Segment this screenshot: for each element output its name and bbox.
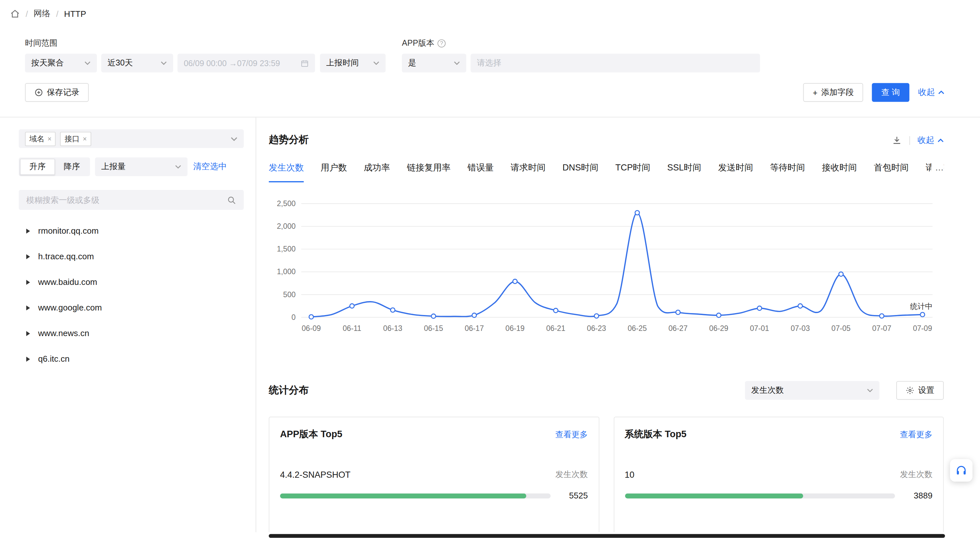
- svg-text:2,000: 2,000: [277, 222, 296, 230]
- view-more-link[interactable]: 查看更多: [900, 429, 932, 440]
- svg-text:06-11: 06-11: [343, 324, 361, 333]
- svg-text:07-09: 07-09: [913, 324, 932, 333]
- tab-dns-time[interactable]: DNS时间: [563, 162, 599, 183]
- app-version-match-select[interactable]: 是: [402, 54, 466, 73]
- sidebar: 域名 × 接口 × 升序 降序 上报量 清空选中: [0, 117, 256, 532]
- svg-text:06-25: 06-25: [628, 324, 647, 333]
- tree-item[interactable]: www.google.com: [19, 295, 243, 321]
- caret-right-icon[interactable]: [26, 254, 30, 259]
- close-icon[interactable]: ×: [83, 135, 87, 142]
- trend-title: 趋势分析: [269, 133, 309, 146]
- svg-text:07-07: 07-07: [872, 324, 891, 333]
- caret-right-icon[interactable]: [26, 228, 30, 233]
- metric-label: 发生次数: [900, 469, 932, 480]
- home-icon[interactable]: [10, 9, 20, 19]
- breadcrumb: / 网络 / HTTP: [0, 0, 980, 27]
- tree-item[interactable]: www.baidu.com: [19, 269, 243, 295]
- row-label: 4.4.2-SNAPSHOT: [280, 470, 350, 480]
- breadcrumb-separator: /: [25, 9, 28, 19]
- trend-metric-tabs: 发生次数 用户数 成功率 链接复用率 错误量 请求时间 DNS时间 TCP时间 …: [269, 162, 944, 183]
- date-range-input[interactable]: 06/09 00:00 →07/09 23:59: [177, 54, 315, 73]
- tree-item[interactable]: rmonitor.qq.com: [19, 218, 243, 244]
- svg-text:2,500: 2,500: [277, 199, 296, 208]
- tab-connection-reuse[interactable]: 链接复用率: [407, 162, 451, 183]
- caret-right-icon[interactable]: [26, 279, 30, 284]
- svg-text:统计中: 统计中: [910, 302, 932, 311]
- caret-right-icon[interactable]: [26, 357, 30, 361]
- main-content: 趋势分析 收起 发生次数 用户数 成功率 链接复用率 错误量 请求时间 DNS时…: [256, 117, 980, 532]
- stats-title: 统计分布: [269, 384, 309, 397]
- tag-chip-interface[interactable]: 接口 ×: [60, 132, 91, 146]
- svg-text:06-13: 06-13: [383, 324, 402, 333]
- report-time-select[interactable]: 上报时间: [320, 54, 386, 73]
- tab-ssl-time[interactable]: SSL时间: [667, 162, 702, 183]
- tab-occurrences[interactable]: 发生次数: [269, 162, 304, 183]
- tree-item[interactable]: h.trace.qq.com: [19, 244, 243, 269]
- card-title: 系统版本 Top5: [625, 428, 687, 440]
- tree-item[interactable]: www.news.cn: [19, 321, 243, 346]
- calendar-icon: [301, 59, 309, 67]
- domain-tree: rmonitor.qq.com h.trace.qq.com www.baidu…: [19, 218, 243, 372]
- tab-request-time[interactable]: 请求时间: [511, 162, 546, 183]
- sort-desc-button[interactable]: 降序: [55, 159, 89, 175]
- collapse-filters-link[interactable]: 收起: [918, 87, 944, 98]
- save-record-button[interactable]: 保存记录: [25, 83, 89, 102]
- svg-text:07-05: 07-05: [832, 324, 851, 333]
- tab-tcp-time[interactable]: TCP时间: [616, 162, 651, 183]
- progress-bar: [280, 493, 550, 498]
- search-input[interactable]: [26, 195, 227, 205]
- tag-chip-domain[interactable]: 域名 ×: [25, 132, 56, 146]
- download-icon[interactable]: [892, 135, 902, 145]
- metric-select[interactable]: 发生次数: [745, 381, 879, 400]
- tab-users[interactable]: 用户数: [321, 162, 347, 183]
- sort-asc-button[interactable]: 升序: [20, 159, 55, 175]
- trend-chart: 05001,0001,5002,0002,50006-0906-1106-130…: [269, 195, 937, 337]
- add-field-button[interactable]: + 添加字段: [803, 83, 863, 102]
- breadcrumb-item-network[interactable]: 网络: [34, 8, 51, 19]
- query-button[interactable]: 查 询: [872, 83, 910, 102]
- tab-receive-time[interactable]: 接收时间: [822, 162, 857, 183]
- caret-right-icon[interactable]: [26, 331, 30, 336]
- chevron-up-icon: [938, 90, 944, 94]
- filter-panel: 时间范围 APP版本 ? 按天聚合 近30天 06/09 00:00 →07/0…: [0, 27, 980, 117]
- card-title: APP版本 Top5: [280, 428, 342, 440]
- tab-first-byte-time[interactable]: 首包时间: [873, 162, 908, 183]
- chevron-up-icon: [937, 138, 944, 142]
- headset-icon: [955, 464, 968, 477]
- search-icon[interactable]: [227, 195, 236, 205]
- sort-field-select[interactable]: 上报量: [95, 157, 188, 176]
- tree-item[interactable]: q6.itc.cn: [19, 346, 243, 372]
- app-version-input[interactable]: 请选择: [471, 54, 760, 73]
- row-label: 10: [625, 470, 634, 480]
- svg-text:06-15: 06-15: [424, 324, 443, 333]
- view-more-link[interactable]: 查看更多: [555, 429, 588, 440]
- support-button[interactable]: [950, 459, 972, 482]
- tab-success-rate[interactable]: 成功率: [364, 162, 390, 183]
- svg-text:06-19: 06-19: [506, 324, 525, 333]
- tab-errors[interactable]: 错误量: [468, 162, 494, 183]
- card-os-version-top5: 系统版本 Top5 查看更多 10 发生次数 3889: [614, 417, 944, 533]
- svg-text:1,500: 1,500: [277, 245, 296, 253]
- tab-wait-time[interactable]: 等待时间: [770, 162, 805, 183]
- dimension-select[interactable]: 域名 × 接口 ×: [19, 129, 244, 148]
- settings-button[interactable]: 设置: [896, 381, 944, 400]
- aggregation-select[interactable]: 按天聚合: [25, 54, 97, 73]
- tabs-overflow-ellipsis[interactable]: …: [931, 162, 944, 172]
- caret-right-icon[interactable]: [26, 305, 30, 310]
- chevron-down-icon: [161, 61, 167, 65]
- preset-select[interactable]: 近30天: [101, 54, 173, 73]
- clear-selection-link[interactable]: 清空选中: [193, 161, 227, 172]
- breadcrumb-item-http: HTTP: [64, 9, 86, 19]
- chevron-down-icon: [454, 61, 460, 65]
- chevron-down-icon: [231, 136, 237, 141]
- svg-text:06-23: 06-23: [587, 324, 606, 333]
- svg-text:0: 0: [291, 313, 296, 322]
- svg-text:500: 500: [283, 290, 296, 299]
- card-app-version-top5: APP版本 Top5 查看更多 4.4.2-SNAPSHOT 发生次数 5525: [269, 417, 599, 533]
- collapse-trend-link[interactable]: 收起: [917, 135, 944, 146]
- gear-icon: [906, 386, 915, 395]
- tab-send-time[interactable]: 发送时间: [718, 162, 753, 183]
- close-icon[interactable]: ×: [47, 135, 51, 142]
- help-icon[interactable]: ?: [438, 39, 445, 47]
- chevron-down-icon: [84, 61, 91, 65]
